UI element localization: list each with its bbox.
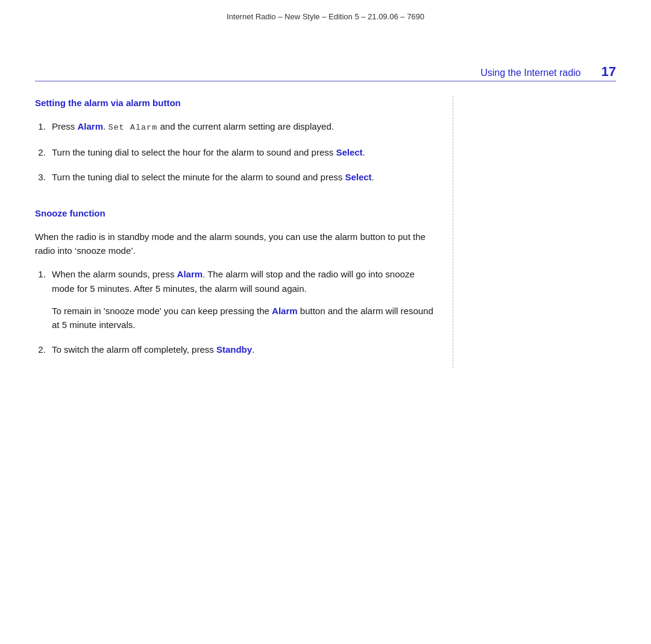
section1-steps: Press Alarm. Set Alarm and the current a… <box>35 119 436 184</box>
standby-bold: Standby <box>216 344 252 355</box>
set-alarm-mono: Set Alarm <box>108 123 157 132</box>
section2-heading: Snooze function <box>35 206 436 220</box>
section2: Snooze function When the radio is in sta… <box>35 206 436 357</box>
s2-step1-main: When the alarm sounds, press Alarm. The … <box>52 269 415 293</box>
step2-text: Turn the tuning dial to select the hour … <box>52 147 365 157</box>
section2-intro: When the radio is in standby mode and th… <box>35 230 436 258</box>
right-margin-column <box>453 96 616 368</box>
alarm-bold-1: Alarm <box>78 121 104 131</box>
section1-step-1: Press Alarm. Set Alarm and the current a… <box>48 119 436 134</box>
section-header-row: Using the Internet radio 17 <box>35 65 616 81</box>
section2-steps: When the alarm sounds, press Alarm. The … <box>35 267 436 356</box>
top-rule <box>35 81 616 81</box>
section1-heading: Setting the alarm via alarm button <box>35 96 436 110</box>
alarm-bold-2: Alarm <box>177 269 203 279</box>
select-bold-1: Select <box>336 147 362 157</box>
section2-step-2: To switch the alarm off completely, pres… <box>48 343 436 356</box>
section2-step-1: When the alarm sounds, press Alarm. The … <box>48 267 436 332</box>
step1-text: Press Alarm. Set Alarm and the current a… <box>52 121 334 131</box>
s2-step1-sub: To remain in 'snooze mode' you can keep … <box>52 304 436 332</box>
page-header: Internet Radio – New Style – Edition 5 –… <box>0 0 651 29</box>
select-bold-2: Select <box>345 172 371 182</box>
alarm-bold-3: Alarm <box>272 306 298 316</box>
step3-text: Turn the tuning dial to select the minut… <box>52 172 374 182</box>
section1-step-2: Turn the tuning dial to select the hour … <box>48 145 436 159</box>
section-title: Using the Internet radio <box>480 66 580 81</box>
page-number: 17 <box>602 65 616 78</box>
header-title: Internet Radio – New Style – Edition 5 –… <box>227 12 424 21</box>
s2-step2-text: To switch the alarm off completely, pres… <box>52 344 254 355</box>
section1-step-3: Turn the tuning dial to select the minut… <box>48 170 436 184</box>
